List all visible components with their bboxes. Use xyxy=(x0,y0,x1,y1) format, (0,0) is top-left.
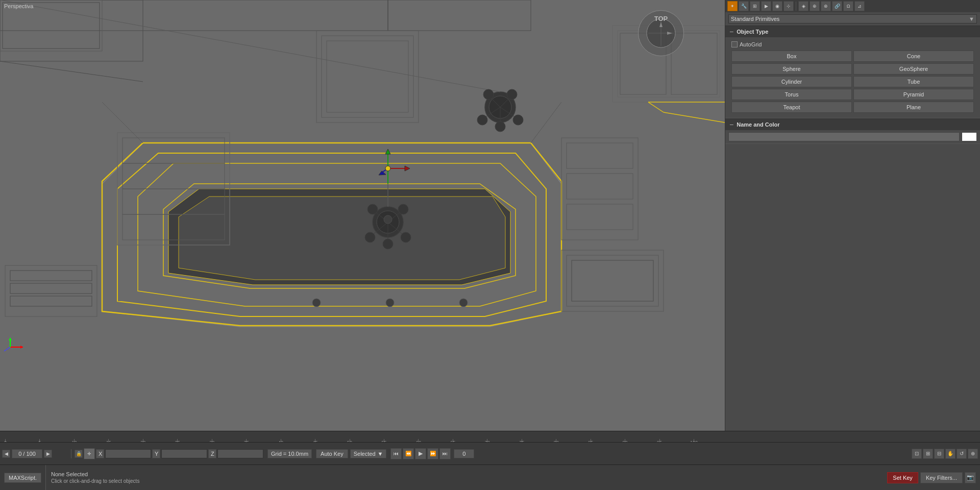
box-btn[interactable]: Box xyxy=(731,51,852,62)
category-dropdown-label: Standard Primitives xyxy=(731,16,779,22)
svg-rect-0 xyxy=(0,0,725,362)
selected-dropdown[interactable]: Selected ▼ xyxy=(350,449,387,458)
svg-point-26 xyxy=(368,204,378,214)
cone-btn[interactable]: Cone xyxy=(853,51,974,62)
wireframe-scene xyxy=(0,0,725,362)
main-viewport[interactable]: Perspectiva xyxy=(0,0,725,362)
selected-label: Selected xyxy=(354,451,376,457)
autogrid-label: AutoGrid xyxy=(740,41,762,47)
collapse-icon: − xyxy=(729,28,733,36)
torus-btn[interactable]: Torus xyxy=(731,89,852,100)
maxscript-btn[interactable]: MAXScript. xyxy=(4,473,41,483)
object-type-header[interactable]: − Object Type xyxy=(725,26,980,37)
category-dropdown-row: Standard Primitives ▼ xyxy=(725,12,980,26)
hierarchy-tab-icon[interactable]: ⊞ xyxy=(750,1,760,11)
color-swatch[interactable] xyxy=(962,132,977,141)
name-color-section: − Name and Color xyxy=(725,118,980,144)
autogrid-row: AutoGrid xyxy=(728,40,977,48)
grid-display: Grid = 10.0mm xyxy=(267,449,312,458)
anim-to-start-btn[interactable]: ⏮ xyxy=(390,448,402,459)
timeline-next-arrow[interactable]: ▶ xyxy=(44,450,52,458)
snap2d-icon[interactable]: ⊕ xyxy=(810,1,820,11)
filter-icon[interactable]: ⊿ xyxy=(854,1,865,11)
zoom-region-icon[interactable]: ⊡ xyxy=(912,449,922,459)
coord-lock-icon[interactable]: 🔒 xyxy=(75,450,83,458)
y-input[interactable] xyxy=(161,449,207,458)
sphere-btn[interactable]: Sphere xyxy=(731,63,852,75)
coord-mode-icon[interactable]: ✛ xyxy=(84,448,95,459)
create-tab-icon[interactable]: ✦ xyxy=(727,1,738,11)
status-messages: None Selected Click or click-and-drag to… xyxy=(46,469,144,486)
object-type-section: − Object Type AutoGrid Box Cone Sphere G… xyxy=(725,26,980,118)
ruler-container: 0510152025303540455055606570758085909510… xyxy=(0,431,980,442)
object-name-input[interactable] xyxy=(728,132,960,141)
x-label: X xyxy=(96,449,104,458)
name-color-header[interactable]: − Name and Color xyxy=(725,119,980,130)
svg-point-28 xyxy=(384,215,392,224)
svg-point-44 xyxy=(477,115,487,125)
y-label: Y xyxy=(152,449,160,458)
autogrid-checkbox[interactable] xyxy=(731,41,738,47)
zoom-all-icon[interactable]: ⊟ xyxy=(934,449,944,459)
camera-icon[interactable]: 📷 xyxy=(965,472,976,483)
svg-point-66 xyxy=(386,299,394,307)
cylinder-btn[interactable]: Cylinder xyxy=(731,76,852,87)
bottom-controls-main: ◀ 0 / 100 ▶ 🔒 ✛ X Y Z Grid = 10.0mm Auto… xyxy=(0,442,980,464)
snap3d-icon[interactable]: ⊗ xyxy=(821,1,831,11)
geosphere-btn[interactable]: GeoSphere xyxy=(853,63,974,75)
field-of-view-icon[interactable]: ⊕ xyxy=(968,449,978,459)
object-type-label: Object Type xyxy=(737,29,768,35)
pan-icon[interactable]: ✋ xyxy=(945,449,955,459)
object-type-grid: Box Cone Sphere GeoSphere Cylinder Tube … xyxy=(728,48,977,115)
setkey-btn[interactable]: Set Key xyxy=(887,472,918,483)
autokey-btn[interactable]: Auto Key xyxy=(316,449,348,458)
ruler-bar: 0510152025303540455055606570758085909510… xyxy=(0,431,980,442)
viewport-label: Perspectiva xyxy=(4,3,33,9)
link-icon[interactable]: 🔗 xyxy=(832,1,842,11)
display-tab-icon[interactable]: ◉ xyxy=(772,1,782,11)
tube-btn[interactable]: Tube xyxy=(853,76,974,87)
anim-to-end-btn[interactable]: ⏭ xyxy=(439,448,451,459)
anim-prev-frame-btn[interactable]: ⏪ xyxy=(403,448,414,459)
compass-label: TOP xyxy=(654,15,668,22)
pyramid-btn[interactable]: Pyramid xyxy=(853,89,974,100)
select-icon[interactable]: ◈ xyxy=(798,1,808,11)
x-input[interactable] xyxy=(105,449,151,458)
svg-point-65 xyxy=(312,299,321,307)
object-type-body: AutoGrid Box Cone Sphere GeoSphere Cylin… xyxy=(725,37,980,118)
maxscript-area: MAXScript. xyxy=(0,465,46,490)
frame-counter: 0 xyxy=(454,449,474,458)
modify-tab-icon[interactable]: 🔧 xyxy=(739,1,749,11)
status-right: Set Key Key Filters... 📷 xyxy=(887,472,980,483)
teapot-btn[interactable]: Teapot xyxy=(731,102,852,113)
timeline-prev-arrow[interactable]: ◀ xyxy=(2,450,10,458)
svg-point-24 xyxy=(401,232,411,242)
svg-point-48 xyxy=(495,121,505,132)
z-input[interactable] xyxy=(217,449,263,458)
name-color-label: Name and Color xyxy=(737,121,779,128)
key-filters-btn[interactable]: Key Filters... xyxy=(920,472,963,483)
timeline-value: 0 / 100 xyxy=(12,449,42,458)
zoom-extents-icon[interactable]: ⊞ xyxy=(923,449,933,459)
svg-point-45 xyxy=(513,115,523,125)
name-collapse-icon: − xyxy=(729,120,733,129)
name-color-body xyxy=(725,130,980,143)
utilities-tab-icon[interactable]: ⊹ xyxy=(783,1,794,11)
plane-btn[interactable]: Plane xyxy=(853,102,974,113)
svg-point-23 xyxy=(365,232,375,242)
svg-marker-14 xyxy=(179,197,505,280)
svg-point-35 xyxy=(385,166,390,171)
right-toolbar: ✦ 🔧 ⊞ ▶ ◉ ⊹ ◈ ⊕ ⊗ 🔗 Ω ⊿ xyxy=(725,0,980,12)
arc-rotate-icon[interactable]: ↺ xyxy=(957,449,967,459)
selected-arrow-icon: ▼ xyxy=(378,451,383,457)
compass-gizmo[interactable]: TOP xyxy=(638,10,684,56)
motion-tab-icon[interactable]: ▶ xyxy=(761,1,771,11)
right-panel: ✦ 🔧 ⊞ ▶ ◉ ⊹ ◈ ⊕ ⊗ 🔗 Ω ⊿ Standard Primiti… xyxy=(725,0,980,490)
dropdown-arrow-icon: ▼ xyxy=(969,16,974,22)
category-dropdown[interactable]: Standard Primitives ▼ xyxy=(728,14,977,23)
anim-play-btn[interactable]: ▶ xyxy=(415,448,426,459)
anim-next-frame-btn[interactable]: ⏩ xyxy=(427,448,438,459)
svg-point-46 xyxy=(483,89,494,100)
bind-icon[interactable]: Ω xyxy=(843,1,853,11)
status-bar: MAXScript. None Selected Click or click-… xyxy=(0,464,980,490)
